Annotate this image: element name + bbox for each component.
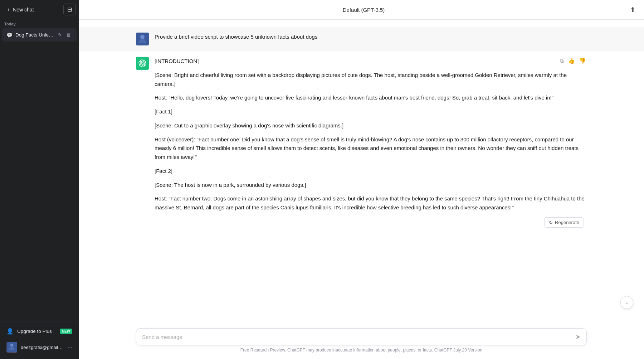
assistant-para-5: Host (voiceover): "Fact number one: Did … — [155, 135, 587, 162]
main-content: Default (GPT-3.5) ⬆ Provide a brief vide… — [79, 0, 644, 359]
assistant-para-2: Host: "Hello, dog lovers! Today, we're g… — [155, 93, 587, 102]
assistant-para-3: [Fact 1] — [155, 107, 587, 116]
send-icon: ➤ — [575, 333, 581, 341]
footer-main-text: Free Research Preview. ChatGPT may produ… — [240, 348, 433, 353]
chat-item-actions: ✎ 🗑 — [57, 31, 72, 38]
scroll-down-button[interactable]: ↓ — [620, 296, 633, 309]
assistant-para-7: [Scene: The host is now in a park, surro… — [155, 181, 587, 190]
regenerate-label: Regenerate — [555, 220, 579, 225]
footer-text: Free Research Preview. ChatGPT may produ… — [136, 345, 587, 356]
regenerate-button[interactable]: ↻ Regenerate — [544, 217, 584, 228]
input-area: ➤ Free Research Preview. ChatGPT may pro… — [79, 324, 644, 359]
regenerate-row: ↻ Regenerate — [155, 217, 587, 228]
messages-area: Provide a brief video script to showcase… — [79, 20, 644, 324]
user-info[interactable]: deezgrafix@gmail.com ··· — [2, 338, 77, 356]
user-message-text: Provide a brief video script to showcase… — [155, 33, 587, 42]
section-today-label: Today — [0, 19, 79, 28]
user-avatar-message — [136, 33, 149, 45]
scroll-down-icon: ↓ — [625, 299, 628, 306]
sidebar-bottom: 👤 Upgrade to Plus NEW deezgrafix@gmail.c… — [0, 321, 79, 359]
assistant-para-0: [INTRODUCTION] — [155, 57, 587, 66]
sidebar-toggle-button[interactable]: ⊟ — [63, 4, 76, 15]
assistant-message-content: ⧉ 👍 👎 [INTRODUCTION] [Scene: Bright and … — [155, 57, 587, 231]
regenerate-icon: ↻ — [549, 220, 553, 225]
main-header: Default (GPT-3.5) ⬆ — [79, 0, 644, 20]
send-button[interactable]: ➤ — [575, 333, 581, 341]
delete-chat-button[interactable]: 🗑 — [65, 31, 72, 38]
person-icon: 👤 — [6, 328, 14, 335]
footer-link[interactable]: ChatGPT July 20 Version — [434, 348, 483, 353]
thumbs-up-button[interactable]: 👍 — [567, 57, 576, 65]
copy-button[interactable]: ⧉ — [559, 57, 565, 65]
new-chat-button[interactable]: + New chat — [3, 4, 60, 15]
assistant-message-row: ⧉ 👍 👎 [INTRODUCTION] [Scene: Bright and … — [79, 51, 644, 236]
user-avatar-img — [136, 33, 149, 45]
sidebar-toggle-icon: ⊟ — [67, 6, 72, 13]
assistant-para-4: [Scene: Cut to a graphic overlay showing… — [155, 121, 587, 130]
thumbs-down-button[interactable]: 👎 — [579, 57, 587, 65]
share-button[interactable]: ⬆ — [629, 4, 637, 15]
user-message-row: Provide a brief video script to showcase… — [79, 27, 644, 51]
gpt-avatar — [136, 57, 149, 70]
user-message-content: Provide a brief video script to showcase… — [155, 33, 587, 45]
model-title: Default (GPT-3.5) — [343, 7, 385, 13]
message-input[interactable] — [142, 334, 572, 340]
user-email: deezgrafix@gmail.com — [21, 345, 64, 350]
new-badge: NEW — [60, 329, 72, 334]
chat-item-dog-facts[interactable]: 💬 Dog Facts Unleashed ✎ 🗑 — [2, 28, 77, 42]
message-actions: ⧉ 👍 👎 — [559, 57, 587, 65]
upgrade-to-plus-button[interactable]: 👤 Upgrade to Plus NEW — [2, 324, 77, 338]
chat-item-name: Dog Facts Unleashed — [15, 32, 54, 38]
chat-item-icon: 💬 — [6, 32, 13, 38]
svg-point-1 — [10, 344, 13, 346]
assistant-para-6: [Fact 2] — [155, 167, 587, 176]
sidebar-top: + New chat ⊟ — [0, 0, 79, 19]
upgrade-label: Upgrade to Plus — [17, 329, 52, 334]
avatar-image — [6, 342, 17, 353]
svg-point-3 — [140, 35, 145, 39]
input-container: ➤ — [136, 328, 587, 345]
assistant-para-8: Host: "Fact number two: Dogs come in an … — [155, 194, 587, 212]
avatar — [6, 342, 17, 353]
new-chat-label: New chat — [13, 7, 34, 13]
user-more-icon[interactable]: ··· — [68, 344, 72, 350]
edit-chat-button[interactable]: ✎ — [57, 31, 63, 38]
assistant-para-1: [Scene: Bright and cheerful living room … — [155, 71, 587, 89]
sidebar: + New chat ⊟ Today 💬 Dog Facts Unleashed… — [0, 0, 79, 359]
plus-icon: + — [7, 7, 10, 13]
share-icon: ⬆ — [630, 6, 635, 13]
